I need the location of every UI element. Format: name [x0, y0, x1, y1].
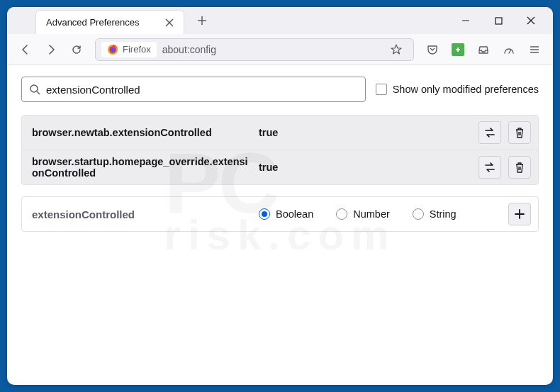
pref-name: browser.newtab.extensionControlled: [32, 127, 252, 138]
pocket-icon[interactable]: [421, 38, 444, 61]
close-window-button[interactable]: [515, 9, 547, 32]
pref-value: true: [259, 127, 471, 138]
nav-toolbar: Firefox about:config: [7, 34, 553, 65]
svg-point-3: [30, 85, 38, 92]
type-radio-group: Boolean Number String: [259, 208, 501, 220]
browser-tab[interactable]: Advanced Preferences: [35, 10, 184, 34]
new-pref-row: extensionControlled Boolean Number Strin…: [21, 196, 539, 232]
toggle-button[interactable]: [478, 156, 501, 179]
close-tab-icon[interactable]: [162, 16, 177, 30]
pref-value: true: [259, 162, 471, 173]
checkbox-label: Show only modified preferences: [393, 84, 539, 95]
radio-boolean[interactable]: Boolean: [259, 208, 313, 220]
radio-label: String: [430, 208, 457, 220]
menu-button[interactable]: [523, 38, 546, 61]
search-input[interactable]: [46, 84, 358, 96]
radio-number[interactable]: Number: [336, 208, 390, 220]
pref-row[interactable]: browser.newtab.extensionControlled true: [22, 116, 538, 150]
delete-button[interactable]: [508, 121, 531, 144]
firefox-logo-icon: [107, 44, 118, 55]
checkbox-icon[interactable]: [376, 84, 387, 95]
minimize-button[interactable]: [449, 9, 482, 32]
url-text: about:config: [162, 44, 379, 55]
show-modified-toggle[interactable]: Show only modified preferences: [376, 84, 539, 95]
titlebar: Advanced Preferences: [7, 7, 553, 34]
search-icon: [29, 84, 40, 95]
toggle-button[interactable]: [478, 121, 501, 144]
identity-label: Firefox: [123, 44, 151, 55]
radio-label: Number: [353, 208, 390, 220]
radio-icon: [413, 208, 424, 220]
content-area: Show only modified preferences browser.n…: [7, 65, 553, 243]
delete-button[interactable]: [508, 156, 531, 179]
back-button[interactable]: [14, 38, 37, 61]
pref-row[interactable]: browser.startup.homepage_override.extens…: [22, 150, 538, 184]
bookmark-star-icon[interactable]: [385, 38, 408, 61]
forward-button[interactable]: [40, 38, 62, 61]
inbox-icon[interactable]: [472, 38, 495, 61]
preferences-list: browser.newtab.extensionControlled true …: [21, 115, 539, 185]
new-tab-button[interactable]: [191, 10, 213, 31]
add-button[interactable]: [508, 203, 531, 225]
radio-label: Boolean: [276, 208, 313, 220]
radio-string[interactable]: String: [413, 208, 457, 220]
maximize-button[interactable]: [482, 9, 515, 32]
tab-title: Advanced Preferences: [46, 17, 162, 28]
svg-rect-0: [495, 18, 502, 24]
radio-icon: [259, 208, 270, 220]
urlbar[interactable]: Firefox about:config: [95, 38, 414, 61]
radio-icon: [336, 208, 347, 220]
search-box[interactable]: [21, 77, 366, 102]
new-pref-name: extensionControlled: [32, 208, 252, 220]
pref-name: browser.startup.homepage_override.extens…: [32, 156, 252, 179]
identity-box[interactable]: Firefox: [101, 42, 157, 57]
extension-icon[interactable]: [447, 38, 469, 61]
reload-button[interactable]: [65, 38, 88, 61]
dashboard-icon[interactable]: [498, 38, 520, 61]
